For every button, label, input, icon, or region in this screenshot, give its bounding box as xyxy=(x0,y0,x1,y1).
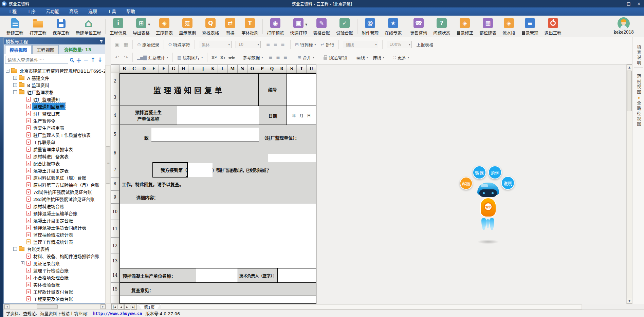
partial-row[interactable] xyxy=(120,296,316,304)
tree-item[interactable]: x工程变更及洽商台账 xyxy=(4,295,105,302)
footer-producer-input-cell[interactable] xyxy=(196,268,238,283)
menu-item-3[interactable]: 高级 xyxy=(64,7,83,16)
sidebar-vertical-scrollbar[interactable] xyxy=(105,65,111,304)
menu-item-6[interactable]: 帮助 xyxy=(121,7,140,16)
tree-item[interactable]: x原材料第三方试验抽检（月）台账 xyxy=(4,181,105,188)
summary-stats-button[interactable]: ▂▅▇汇总统计▾ xyxy=(135,54,170,61)
tree-item[interactable]: x材料、设备、构配件进场报验台账 xyxy=(4,253,105,260)
tree-item[interactable]: x原材料进厂备案表 xyxy=(4,153,105,160)
tree-item[interactable]: x恢复生产报审表 xyxy=(4,124,105,131)
column-header-G[interactable]: G xyxy=(169,64,179,73)
tree-item[interactable]: +x见证记录台账 xyxy=(4,260,105,267)
tree-item[interactable]: x预拌混凝土运输单台账 xyxy=(4,210,105,217)
line-style-select[interactable]: 细线▾ xyxy=(343,41,378,48)
align-left-icon[interactable]: ≡ xyxy=(266,42,270,47)
tree-item[interactable]: +B 监理资料 xyxy=(4,81,105,89)
column-header-J[interactable]: J xyxy=(198,64,208,73)
sheet-scroll-thumb[interactable] xyxy=(627,71,632,111)
strikethrough-icon[interactable]: ab xyxy=(227,55,236,60)
row-header-9[interactable]: 9 xyxy=(111,191,119,204)
row-header-10[interactable]: 10 xyxy=(111,204,119,220)
tree-item[interactable]: x工程款计量支付台账 xyxy=(4,288,105,295)
body-row[interactable]: 我方接到第（ ）号驻厂监理通知后，已按要求完成了 xyxy=(120,162,316,178)
menu-item-0[interactable]: 工程 xyxy=(3,7,22,16)
date-input-cell[interactable]: 年 月 日 xyxy=(287,106,316,125)
row-header-14[interactable]: 14 xyxy=(111,268,119,283)
report-table-button[interactable]: 上报表格 xyxy=(414,41,436,48)
more-button[interactable]: ∷更多▾ xyxy=(391,54,411,61)
tree-item[interactable]: x混凝土开盘鉴定台账 xyxy=(4,217,105,224)
catalog-manage-button[interactable]: ≡目录管理 xyxy=(518,17,541,36)
font-batch-brush-button[interactable]: T字体批刷 xyxy=(238,17,261,36)
collapse-icon[interactable]: − xyxy=(13,90,17,94)
project-info-button[interactable]: i工程信息 xyxy=(107,17,130,36)
align-center-icon[interactable]: ≡ xyxy=(276,55,280,60)
align-left-icon[interactable]: ≡ xyxy=(269,55,273,60)
tree-item[interactable]: x预拌混凝土供货合同统计表 xyxy=(4,224,105,231)
notice-no-input-cell[interactable] xyxy=(188,163,213,177)
row-header-15[interactable]: 15 xyxy=(111,283,119,296)
align-right-icon[interactable]: ≡ xyxy=(283,55,288,60)
row-header-8[interactable]: 8 xyxy=(111,178,119,191)
search-input[interactable] xyxy=(5,56,68,64)
producer-input-cell[interactable] xyxy=(177,106,259,125)
catalog-fix-button[interactable]: ◈目录修正 xyxy=(453,17,476,36)
scroll-left-icon[interactable]: ◄ xyxy=(4,304,10,309)
tab-project-view[interactable]: 工程视图 xyxy=(32,45,59,54)
row-col-header-button[interactable]: ⊟行列标▾ xyxy=(293,41,318,48)
align-center-icon[interactable]: ≡ xyxy=(274,42,278,47)
row-header-4[interactable]: 4 xyxy=(111,106,119,125)
column-header-O[interactable]: O xyxy=(247,64,257,73)
sales-consult-button[interactable]: ☎销售咨询 xyxy=(407,17,430,36)
tree-horizontal-scrollbar[interactable]: ◄ ► xyxy=(4,304,106,309)
sheet-scroll-track[interactable] xyxy=(161,304,582,310)
new-unit-project-button[interactable]: ⌂新建单位工程 xyxy=(73,17,104,36)
detail-input-area[interactable] xyxy=(120,204,316,268)
tree-item[interactable]: x质量管理体系报审表 xyxy=(4,146,105,153)
column-header-S[interactable]: S xyxy=(287,64,297,73)
sheet-corner-cell[interactable] xyxy=(111,64,119,73)
tree-item[interactable]: x驻厂监理日志 xyxy=(4,110,105,117)
tree-item[interactable]: x7d试件抗压强度试验见证台账 xyxy=(4,188,105,195)
row-header-6[interactable]: 6 xyxy=(111,144,119,162)
replace-button[interactable]: ⇄替换 xyxy=(222,17,238,36)
footer-tech-label-cell[interactable]: 技术负责人（签字）： xyxy=(238,268,278,283)
tree-item[interactable]: x监理抽检情况统计表 xyxy=(4,231,105,238)
online-expert-button[interactable]: ★在线专家 xyxy=(382,17,405,36)
tree-item[interactable]: x混凝土开盘鉴定表 xyxy=(4,167,105,174)
column-header-D[interactable]: D xyxy=(139,64,149,73)
font-size-select[interactable]: 10▾ xyxy=(236,41,261,48)
superscript-icon[interactable]: X² xyxy=(209,55,218,60)
print-preview-button[interactable]: ◉打印预览 xyxy=(264,17,287,36)
tree-item[interactable]: x驻厂监理通知 xyxy=(4,96,105,103)
part-table-button[interactable]: ▦部位建表 xyxy=(476,17,499,36)
row-header-3[interactable]: 3 xyxy=(111,89,119,106)
menu-item-2[interactable]: 云功能 xyxy=(41,7,64,16)
column-header-Q[interactable]: Q xyxy=(267,64,277,73)
attachment-manage-button[interactable]: @附件管理 xyxy=(358,17,382,36)
example-button[interactable]: 范例 xyxy=(488,166,502,179)
scroll-down-icon[interactable]: ▼ xyxy=(627,298,632,304)
help-button[interactable]: 说明 xyxy=(501,176,515,190)
date-label-cell[interactable]: 日期 xyxy=(259,106,287,125)
column-header-K[interactable]: K xyxy=(208,64,218,73)
menu-item-1[interactable]: 工序 xyxy=(22,7,41,16)
row-header-7[interactable]: 7 xyxy=(111,162,119,178)
row-header-5[interactable]: 5 xyxy=(111,125,119,144)
column-header-H[interactable]: H xyxy=(179,64,188,73)
exit-project-button[interactable]: 退出工程 xyxy=(541,17,565,36)
quick-print-button[interactable]: ▣▼快速打印 xyxy=(287,17,310,36)
export-table-button[interactable]: ⊞▼导出表格 xyxy=(130,17,153,36)
zhuye-link[interactable]: http://www.zhuyew.cn xyxy=(93,311,142,316)
tree-item[interactable]: x分包单位资质报审台账 xyxy=(4,302,105,303)
tree-item[interactable]: x不合格项处理台账 xyxy=(4,274,105,281)
menu-item-4[interactable]: 选项 xyxy=(83,7,102,16)
open-project-button[interactable]: 打开工程 xyxy=(26,17,50,36)
erase-line-button[interactable]: 抹线▾ xyxy=(370,54,387,61)
column-header-F[interactable]: F xyxy=(159,64,169,73)
prev-sheet-icon[interactable]: ◄ xyxy=(118,304,124,310)
new-project-button[interactable]: 新建工程 xyxy=(3,17,26,36)
tree-item[interactable]: x监理平行检验台账 xyxy=(4,267,105,274)
subscript-icon[interactable]: X₂ xyxy=(218,55,227,60)
scroll-up-icon[interactable]: ▲ xyxy=(627,64,632,70)
